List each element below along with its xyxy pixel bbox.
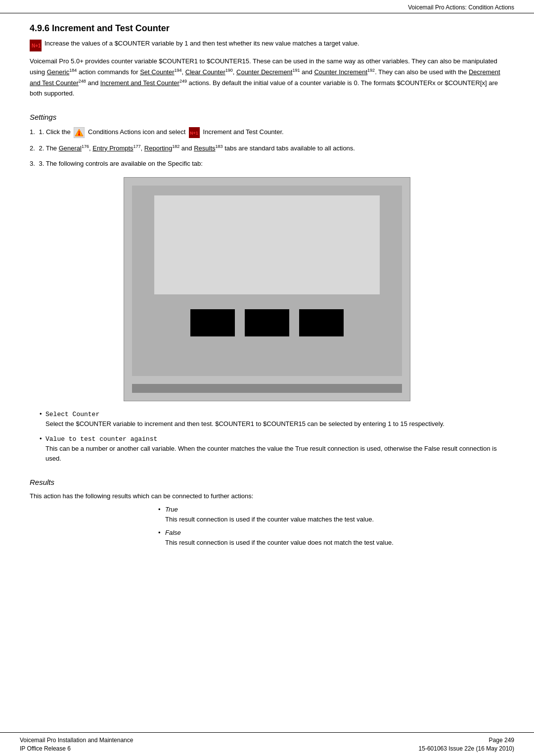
- footer-left-line1: Voicemail Pro Installation and Maintenan…: [20, 737, 133, 744]
- result1-body: This result connection is used if the co…: [165, 516, 374, 523]
- section-number: 4.9.6: [30, 23, 49, 33]
- bullet1-body: Select the $COUNTER variable to incremen…: [45, 420, 445, 427]
- bullet-value-test: Value to test counter against This can b…: [40, 434, 504, 464]
- general-tab-link[interactable]: General: [59, 144, 82, 152]
- step-3: 3. 3. The following controls are availab…: [30, 159, 504, 169]
- page-title: 4.9.6 Increment and Test Counter: [30, 23, 504, 34]
- footer-left-line2: IP Office Release 6: [20, 745, 133, 752]
- diagram-white-area: [154, 195, 379, 294]
- set-counter-link[interactable]: Set Counter: [140, 68, 174, 76]
- diagram-bottom-bar: [132, 384, 402, 393]
- diagram-inner: [132, 186, 402, 376]
- step-2: 2. 2. The General176, Entry Prompts177, …: [30, 143, 504, 154]
- settings-list: 1. 1. Click the Conditions Actions icon …: [30, 127, 504, 169]
- result1-title: True: [165, 506, 178, 513]
- header-title: Voicemail Pro Actions: Condition Actions: [408, 4, 514, 11]
- results-intro: This action has the following results wh…: [30, 492, 504, 500]
- counter-decrement-link[interactable]: Counter Decrement: [236, 68, 292, 76]
- footer-page: Page 249: [489, 737, 514, 744]
- svg-text:N+1: N+1: [190, 131, 198, 136]
- entry-prompts-link[interactable]: Entry Prompts: [92, 144, 133, 152]
- increment-icon-step1: N+1: [189, 127, 200, 138]
- svg-rect-5: [79, 131, 80, 134]
- page: Voicemail Pro Actions: Condition Actions…: [0, 0, 534, 756]
- bullet2-body: This can be a number or another call var…: [45, 445, 497, 462]
- bullet1-title: Select Counter: [45, 411, 99, 418]
- body-paragraph: Voicemail Pro 5.0+ provides counter vari…: [30, 56, 504, 99]
- footer-left: Voicemail Pro Installation and Maintenan…: [20, 737, 133, 752]
- diagram-button-3: [299, 309, 344, 336]
- bullet2-title: Value to test counter against: [45, 435, 157, 443]
- main-content: 4.9.6 Increment and Test Counter N+1 Inc…: [0, 13, 534, 732]
- diagram-button-1: [190, 309, 235, 336]
- result-false: False This result connection is used if …: [158, 528, 504, 547]
- increment-icon: N+1: [30, 40, 42, 51]
- diagram-buttons-row: [190, 309, 344, 336]
- bullet-select-counter: Select Counter Select the $COUNTER varia…: [40, 409, 504, 429]
- conditions-icon-inline: [74, 127, 85, 138]
- results-link[interactable]: Results: [194, 144, 215, 152]
- step-1: 1. 1. Click the Conditions Actions icon …: [30, 127, 504, 138]
- counter-increment-link[interactable]: Counter Increment: [314, 68, 367, 76]
- svg-text:N+1: N+1: [32, 43, 41, 48]
- svg-point-4: [78, 134, 80, 136]
- result2-body: This result connection is used if the co…: [165, 539, 394, 546]
- results-heading: Results: [30, 478, 504, 486]
- settings-heading: Settings: [30, 113, 504, 121]
- clear-counter-link[interactable]: Clear Counter: [185, 68, 225, 76]
- footer: Voicemail Pro Installation and Maintenan…: [0, 732, 534, 756]
- diagram-button-2: [245, 309, 289, 336]
- intro-text: Increase the values of a $COUNTER variab…: [44, 39, 359, 48]
- results-section: Results This action has the following re…: [30, 478, 504, 547]
- controls-list: Select Counter Select the $COUNTER varia…: [30, 409, 504, 464]
- result2-title: False: [165, 529, 181, 536]
- increment-test-link[interactable]: Increment and Test Counter: [100, 79, 179, 87]
- diagram-area: [124, 177, 410, 401]
- top-header: Voicemail Pro Actions: Condition Actions: [0, 0, 534, 13]
- generic-link[interactable]: Generic: [47, 68, 70, 76]
- footer-right: Page 249 15-601063 Issue 22e (16 May 201…: [419, 737, 514, 752]
- footer-issue: 15-601063 Issue 22e (16 May 2010): [419, 745, 514, 752]
- result-true: True This result connection is used if t…: [158, 505, 504, 524]
- reporting-link[interactable]: Reporting: [144, 144, 172, 152]
- section-title: Increment and Test Counter: [52, 23, 170, 33]
- results-list: True This result connection is used if t…: [30, 505, 504, 547]
- intro-row: N+1 Increase the values of a $COUNTER va…: [30, 39, 504, 51]
